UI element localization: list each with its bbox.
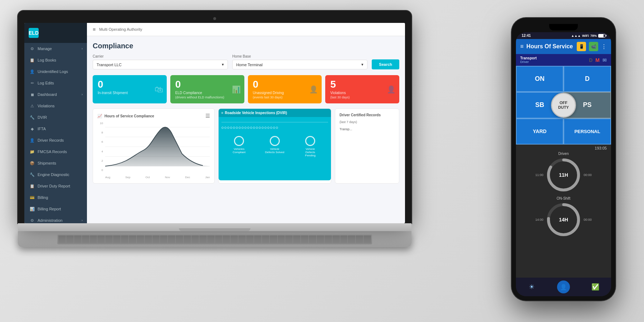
duty-btn-on[interactable]: ON xyxy=(516,66,564,92)
shift-right-label: 00:00 xyxy=(581,218,594,221)
unassigned-icon: 👤 xyxy=(309,85,318,94)
sidebar-item-ifta[interactable]: ◆ IFTA xyxy=(24,123,87,135)
sidebar-item-dashboard[interactable]: ◼ Dashboard › xyxy=(24,89,87,100)
chevron-icon: › xyxy=(82,47,83,50)
sidebar-label-dvir: DVIR xyxy=(38,115,47,119)
dvir-label-text-compliant: Vehicles Compliant xyxy=(229,147,249,154)
dvir-dot xyxy=(262,127,264,129)
phone-icon[interactable]: 📱 xyxy=(577,42,586,51)
shift-center-text: 14H xyxy=(559,217,568,223)
sidebar-item-administration[interactable]: ⚙ Administration › xyxy=(24,215,87,223)
dvir-dot xyxy=(227,127,229,129)
driver-name: Transport xyxy=(520,56,537,60)
dvir-circle-pending xyxy=(305,136,315,146)
sidebar-item-billing[interactable]: 💳 Billing xyxy=(24,192,87,203)
dvir-label-solved: Vehicle Defects Solved xyxy=(265,136,284,154)
sidebar-item-logedits[interactable]: ✏ Log Edits xyxy=(24,77,87,89)
homebase-select[interactable]: Home Terminal ▾ xyxy=(232,60,367,69)
video-icon[interactable]: 📹 xyxy=(589,42,598,51)
key xyxy=(348,235,355,243)
stat-card-transit: 0 In-transit Shipment 🛍 xyxy=(93,75,167,103)
mail-icon[interactable]: ✉ xyxy=(602,57,607,63)
hamburger-button[interactable]: ≡ xyxy=(520,43,523,50)
violations-stat-icon: 👤 xyxy=(387,85,396,94)
key xyxy=(246,235,254,243)
hos-menu-icon[interactable]: ☰ xyxy=(205,113,210,119)
key xyxy=(66,235,74,243)
admin-icon: ⚙ xyxy=(30,218,35,223)
status-d-label: D xyxy=(589,57,592,63)
nav-person-icon[interactable]: 👤 xyxy=(557,280,570,293)
key xyxy=(168,235,175,243)
hos-y-axis: 10 8 6 4 2 0 xyxy=(97,122,104,172)
laptop-base xyxy=(18,223,411,231)
dvir-dot xyxy=(247,127,249,129)
stat-number-violations: 5 xyxy=(330,79,394,89)
sidebar-item-billing-report[interactable]: 📊 Billing Report xyxy=(24,203,87,215)
key xyxy=(356,235,363,243)
sidebar-item-driver-records[interactable]: 👤 Driver Records xyxy=(24,135,87,146)
page-title: Compliance xyxy=(93,42,399,50)
form-row: Carrier Transport LLC ▾ Home Base Home T… xyxy=(93,54,399,69)
sidebar-item-driver-duty[interactable]: 📋 Driver Duty Report xyxy=(24,180,87,192)
key xyxy=(191,235,199,243)
dvir-label-pending: Vehicle Defects Pending xyxy=(301,136,320,157)
carrier-group: Carrier Transport LLC ▾ xyxy=(93,54,228,69)
sidebar-item-logbooks[interactable]: 📋 Log Books xyxy=(24,54,87,66)
driven-gauge-row: 11:00 11H 00:00 xyxy=(520,157,607,193)
carrier-value: Transport LLC xyxy=(97,63,122,67)
right-card-sublabel: (last 7 days) xyxy=(340,120,395,125)
driver-status-icons: D M ✉ xyxy=(589,57,607,63)
stat-sublabel-eld: (drivers without ELD malfunctions) xyxy=(175,96,239,99)
shift-left-label: 14:00 xyxy=(533,218,546,221)
dvir-dot xyxy=(276,127,278,129)
duty-btn-yard[interactable]: YARD xyxy=(516,118,564,145)
sidebar-item-engine-diag[interactable]: 🔧 Engine Diagnostic xyxy=(24,169,87,180)
sidebar-item-unidentified[interactable]: 👤 Unidentified Logs xyxy=(24,66,87,77)
shift-gauge-row: 14:00 14H 00:00 xyxy=(520,202,607,238)
carrier-select[interactable]: Transport LLC ▾ xyxy=(93,60,228,69)
status-time: 12:41 xyxy=(522,34,531,38)
menu-icon[interactable]: ≡ xyxy=(93,26,96,32)
key xyxy=(207,235,215,243)
search-button[interactable]: Search xyxy=(372,59,399,69)
dvir-dot xyxy=(267,127,269,129)
sidebar-item-manage[interactable]: ⚙ Manage › xyxy=(24,43,87,54)
stat-number-unassigned: 0 xyxy=(253,79,317,89)
key xyxy=(270,235,277,243)
stat-sublabel-unassigned: (events last 30 days) xyxy=(253,96,317,99)
off-duty-button[interactable]: OFF DUTY xyxy=(551,93,576,118)
driven-left-label: 11:00 xyxy=(533,173,546,177)
nav-checklist-icon[interactable]: ✅ xyxy=(589,280,602,293)
key xyxy=(105,235,113,243)
dvir-dot xyxy=(270,127,272,129)
homebase-chevron-icon: ▾ xyxy=(361,62,364,67)
duty-btn-d[interactable]: D xyxy=(564,66,611,92)
dvir-dot xyxy=(233,127,235,129)
phone-bottom-nav: ☀ 👤 ✅ xyxy=(516,278,611,296)
ifta-icon: ◆ xyxy=(30,126,35,131)
nav-sun-icon[interactable]: ☀ xyxy=(525,280,538,293)
sidebar-item-violations[interactable]: ⚠ Violations xyxy=(24,100,87,112)
stat-label-eld: ELD Compliance xyxy=(175,91,239,95)
stat-card-violations: 5 Violations (last 30 days) 👤 xyxy=(325,75,399,103)
duty-btn-personal[interactable]: PERSONAL xyxy=(564,118,611,145)
dvir-body: Vehicles Compliant Vehicle Defects Solve… xyxy=(219,117,331,179)
sidebar-item-dvir[interactable]: 🔧 DVIR xyxy=(24,112,87,123)
top-bar: ≡ Multi Operating Authority xyxy=(87,23,405,36)
content-area: Compliance Carrier Transport LLC ▾ xyxy=(87,36,405,223)
dvir-icon: 🔧 xyxy=(30,115,35,120)
stat-label-unassigned: Unassigned Driving xyxy=(253,91,317,95)
sidebar-label-fmcsa: FMCSA Records xyxy=(38,150,67,154)
sidebar-item-shipments[interactable]: 📦 Shipments xyxy=(24,157,87,169)
hos-title-text: Hours of Service Compliance xyxy=(104,114,154,118)
key xyxy=(285,235,293,243)
app-title: Hours Of Service xyxy=(526,43,574,50)
more-icon[interactable]: ⋮ xyxy=(601,43,607,50)
sidebar-item-fmcsa[interactable]: 📁 FMCSA Records xyxy=(24,146,87,157)
key xyxy=(90,235,97,243)
dvir-dot xyxy=(239,127,241,129)
keyboard-detail xyxy=(57,234,372,244)
dvir-dot xyxy=(259,127,261,129)
status-m-label: M xyxy=(595,57,600,63)
